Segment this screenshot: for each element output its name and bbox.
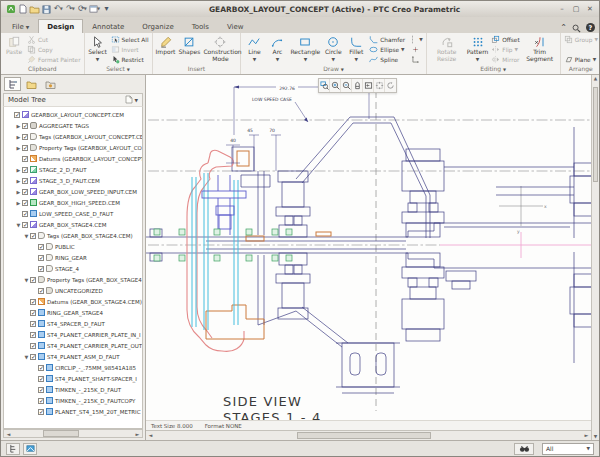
tree-item-public[interactable]: PUBLIC xyxy=(5,241,142,252)
canvas-hscrollbar[interactable]: ◄ ► xyxy=(146,430,591,440)
tree-item-checkbox[interactable] xyxy=(38,255,44,261)
tree-item-timken-215k-d-faut[interactable]: TIMKEN_-_215K_D_FAUT xyxy=(5,384,142,395)
ribbon-button-spline[interactable]: Spline xyxy=(369,55,405,64)
scroll-right-icon[interactable]: ► xyxy=(133,430,142,437)
search-filter-select[interactable]: All ▼ xyxy=(542,443,594,455)
ribbon-button-restrict[interactable]: Restrict xyxy=(111,55,149,64)
ribbon-button-coord-system[interactable] xyxy=(411,55,420,64)
pan-icon[interactable] xyxy=(352,79,363,92)
design-view-icon[interactable] xyxy=(23,443,37,455)
ribbon-button-chamfer[interactable]: Chamfer xyxy=(369,35,405,44)
scroll-right-icon[interactable]: ► xyxy=(582,431,591,440)
collapse-icon[interactable]: ▼ xyxy=(23,233,30,239)
tab-design[interactable]: Design xyxy=(38,19,83,33)
tree-item-uncategorized[interactable]: UNCATEGORIZED xyxy=(5,285,142,296)
tree-item-st4-spacer-d-faut[interactable]: ST4_SPACER_D_FAUT xyxy=(5,318,142,329)
tree-item-datums-gear-box-stage4-cem[interactable]: Datums (GEAR_BOX_STAGE4.CEM) xyxy=(5,296,142,307)
ribbon-button-rectangle[interactable]: Rectangle▼ xyxy=(290,35,320,62)
scroll-thumb[interactable] xyxy=(297,432,431,439)
expand-icon[interactable]: ▶ xyxy=(15,178,22,184)
collapse-icon[interactable]: ▼ xyxy=(15,222,22,228)
collapse-icon[interactable]: ▼ xyxy=(23,354,30,360)
tree-item-checkbox[interactable] xyxy=(38,409,44,415)
tree-item-ring-gear-stage4[interactable]: RING_GEAR_STAGE4 xyxy=(5,307,142,318)
canvas-vscrollbar[interactable]: ▲ ▼ xyxy=(591,75,599,440)
model-tree-hscrollbar[interactable]: ◄ ► xyxy=(3,429,143,438)
tree-item-checkbox[interactable] xyxy=(30,310,36,316)
tree-item-gear-box-low-speed-input-cem[interactable]: ▶GEAR_BOX_LOW_SPEED_INPUT.CEM xyxy=(5,186,142,197)
minimize-button[interactable]: – xyxy=(557,5,567,14)
tree-item-property-tags-gear-box-stage4[interactable]: ▼Property Tags (GEAR_BOX_STAGE4 xyxy=(5,274,142,285)
scroll-up-icon[interactable]: ▲ xyxy=(592,76,599,81)
tree-item-checkbox[interactable] xyxy=(22,211,28,217)
tree-item-checkbox[interactable] xyxy=(22,200,28,206)
open-file-button[interactable] xyxy=(29,3,40,15)
tree-item-st4-planet-carrier-plate-in-i[interactable]: ST4_PLANET_CARRIER_PLATE_IN_I xyxy=(5,329,142,340)
tree-item-checkbox[interactable] xyxy=(22,156,28,162)
expand-icon[interactable]: ▶ xyxy=(15,167,22,173)
drawing-canvas[interactable]: x y xyxy=(146,75,599,440)
tree-item-st4-planet-asm-d-faut[interactable]: ▼ST4_PLANET_ASM_D_FAUT xyxy=(5,351,142,362)
regenerate-button[interactable]: ⟳▼ xyxy=(77,3,88,15)
reorient-icon[interactable] xyxy=(385,79,396,92)
tree-item-tags-gearbox-layout-concept-ce[interactable]: ▶Tags (GEARBOX_LAYOUT_CONCEPT.CE xyxy=(5,131,142,142)
tree-item-checkbox[interactable] xyxy=(30,233,36,239)
tab-file[interactable]: File▼ xyxy=(3,19,38,33)
expand-icon[interactable]: ▶ xyxy=(15,134,22,140)
gearbox-drawing[interactable]: x y xyxy=(146,75,593,422)
tree-item-checkbox[interactable] xyxy=(22,167,28,173)
tree-item-checkbox[interactable] xyxy=(30,277,36,283)
ribbon-button-trim-segment[interactable]: Trim Segment xyxy=(523,35,557,62)
tree-item-checkbox[interactable] xyxy=(22,145,28,151)
ribbon-button-plane[interactable]: Plane▼ xyxy=(564,55,598,64)
tab-view[interactable]: View xyxy=(218,19,253,33)
ribbon-group-label[interactable]: Draw ▼ xyxy=(241,64,425,74)
tree-item-gear-box-high-speed-cem[interactable]: ▶GEAR_BOX_HIGH_SPEED.CEM xyxy=(5,197,142,208)
tree-item-property-tags-gearbox-layout-co[interactable]: ▶Property Tags (GEARBOX_LAYOUT_CO xyxy=(5,142,142,153)
zoom-region-icon[interactable] xyxy=(319,79,330,92)
ribbon-button-select[interactable]: Select▼ xyxy=(88,35,108,62)
ribbon-button-shapes[interactable]: Shapes xyxy=(179,35,201,56)
new-file-button[interactable] xyxy=(17,3,28,15)
expand-icon[interactable]: ▶ xyxy=(15,200,22,206)
tree-item-checkbox[interactable] xyxy=(38,398,44,404)
tree-item-stage-3-d-faut-cem[interactable]: ▶STAGE_3_D_FAUT.CEM xyxy=(5,175,142,186)
tree-item-circlip-75mm-98541a185[interactable]: CIRCLIP_-_.75MM_98541A185 xyxy=(5,362,142,373)
collapse-ribbon-icon[interactable]: ⌃ xyxy=(560,24,567,32)
previous-view-icon[interactable] xyxy=(363,79,374,92)
tree-item-datums-gearbox-layout-concept[interactable]: Datums (GEARBOX_LAYOUT_CONCEPT xyxy=(5,153,142,164)
close-button[interactable]: ✕ xyxy=(585,5,595,14)
collapse-icon[interactable]: ▼ xyxy=(23,277,30,283)
undo-button[interactable]: ↶▼ xyxy=(53,3,64,15)
ribbon-button-centerline[interactable]: ▼ xyxy=(408,35,422,44)
tab-annotate[interactable]: Annotate xyxy=(83,19,133,33)
tree-item-checkbox[interactable] xyxy=(22,189,28,195)
expand-icon[interactable]: ▶ xyxy=(15,189,22,195)
close-window-button[interactable]: ▼ xyxy=(89,3,100,15)
expand-icon[interactable]: ▶ xyxy=(15,123,22,129)
help-icon[interactable]: ? xyxy=(586,23,595,32)
ribbon-button-fillet[interactable]: Fillet▼ xyxy=(346,35,366,62)
tree-item-stage-4[interactable]: STAGE_4 xyxy=(5,263,142,274)
tree-item-planet-st4-15m-20t-metric[interactable]: PLANET_ST4_15M_20T_METRIC xyxy=(5,406,142,417)
tree-item-aggregate-tags[interactable]: ▶AGGREGATE TAGS xyxy=(5,120,142,131)
tree-item-low-speed-case-d-faut[interactable]: LOW_SPEED_CASE_D_FAUT xyxy=(5,208,142,219)
find-button[interactable] xyxy=(514,443,534,455)
tree-item-checkbox[interactable] xyxy=(30,299,36,305)
ribbon-group-label[interactable]: Select ▼ xyxy=(85,64,152,74)
scroll-left-icon[interactable]: ◄ xyxy=(146,431,155,440)
tree-item-checkbox[interactable] xyxy=(22,178,28,184)
ribbon-button-arc[interactable]: Arc▼ xyxy=(267,35,287,62)
tree-item-checkbox[interactable] xyxy=(38,266,44,272)
ribbon-button-pattern[interactable]: Pattern▼ xyxy=(467,35,489,62)
tree-item-checkbox[interactable] xyxy=(22,134,28,140)
scroll-left-icon[interactable]: ◄ xyxy=(4,430,13,437)
ribbon-button-select-all[interactable]: Select All xyxy=(111,35,149,44)
ribbon-button-import[interactable]: Import xyxy=(156,35,176,56)
scroll-down-icon[interactable]: ▼ xyxy=(592,434,599,439)
tree-item-checkbox[interactable] xyxy=(38,376,44,382)
tree-item-checkbox[interactable] xyxy=(30,332,36,338)
tree-item-tags-gear-box-stage4-cem[interactable]: ▼Tags (GEAR_BOX_STAGE4.CEM) xyxy=(5,230,142,241)
tree-settings-icon[interactable] xyxy=(125,95,133,106)
ribbon-button-offset[interactable]: Offset xyxy=(491,35,519,44)
